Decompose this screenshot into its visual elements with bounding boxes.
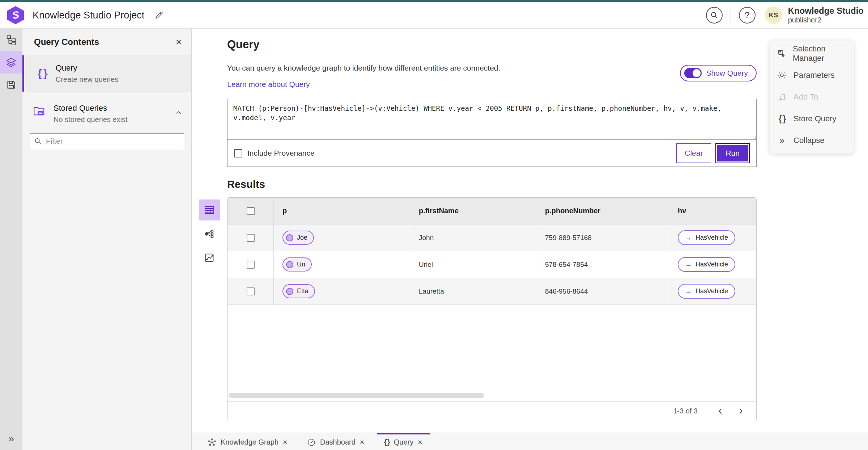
edit-title-button[interactable] [154,10,164,20]
menu-item-label: Add To [793,92,818,102]
edge-pill[interactable]: →HasVehicle [678,284,735,299]
knowledge-graph-icon [208,438,216,447]
tab-dashboard[interactable]: Dashboard × [300,433,372,450]
menu-item-add-to: Add To [770,86,854,108]
tab-query[interactable]: { } Query × [377,433,430,450]
previous-page-button[interactable] [714,405,727,417]
query-item-subtitle: Create new queries [56,75,118,84]
selection-manager-icon [777,49,786,58]
query-textarea[interactable]: MATCH (p:Person)-[hv:HasVehicle]->(v:Veh… [227,99,756,140]
cell-firstname: John [410,224,536,251]
table-header-row: p p.firstName p.phoneNumber hv [227,198,756,224]
menu-item-label: Selection Manager [793,44,846,63]
app-logo: S [7,6,24,24]
menu-item-label: Collapse [793,136,825,145]
include-provenance-checkbox[interactable] [234,149,242,157]
filter-input[interactable] [46,137,179,146]
panel-item-stored-queries[interactable]: Stored Queries No stored queries exist [22,96,191,127]
row-checkbox[interactable] [247,234,255,242]
cell-firstname: Uriel [410,251,536,278]
edge-label: HasVehicle [695,261,728,268]
search-button[interactable] [706,7,723,24]
edge-pill[interactable]: →HasVehicle [678,230,735,245]
pagination-bar: 1-3 of 3 [227,401,756,421]
horizontal-scrollbar[interactable] [229,393,484,398]
rail-item-save[interactable] [0,73,22,96]
user-info: Knowledge Studio publisher2 [788,6,865,24]
row-checkbox[interactable] [247,261,255,269]
rail-expand-button[interactable]: » [0,430,22,448]
close-icon[interactable]: × [360,438,365,446]
pencil-icon [154,10,164,20]
show-query-label: Show Query [706,69,748,77]
edge-label: HasVehicle [695,234,728,241]
panel-item-query[interactable]: { } Query Create new queries [22,55,191,92]
panel-close-button[interactable]: × [175,37,182,47]
user-name: Knowledge Studio [788,6,864,16]
stored-queries-icon [33,105,46,117]
left-icon-rail: » [0,29,22,450]
main-content: Query You can query a knowledge graph to… [192,29,868,433]
close-icon[interactable]: × [283,438,288,446]
pagination-label: 1-3 of 3 [673,407,698,415]
menu-item-store-query[interactable]: { } Store Query [770,108,854,130]
learn-more-link[interactable]: Learn more about Query [227,80,310,89]
table-row: Joe John 759-889-57168 →HasVehicle [227,224,756,251]
menu-item-parameters[interactable]: Parameters [770,64,854,86]
column-header-phonenumber[interactable]: p.phoneNumber [536,198,669,224]
entity-pill[interactable]: Etta [282,284,315,298]
menu-item-label: Store Query [793,114,837,123]
row-checkbox[interactable] [247,287,255,295]
table-body: Joe John 759-889-57168 →HasVehicle Uri U… [227,224,756,305]
close-icon[interactable]: × [418,438,422,446]
entity-node-icon [286,261,293,268]
stored-queries-subtitle: No stored queries exist [54,115,128,124]
entity-pill[interactable]: Uri [282,257,312,272]
entity-pill[interactable]: Joe [282,231,314,245]
query-contents-panel: Query Contents × { } Query Create new qu… [22,29,192,450]
cell-phonenumber: 578-654-7854 [536,251,669,278]
column-header-firstname[interactable]: p.firstName [410,198,536,224]
chart-view-button[interactable] [199,247,220,268]
query-editor: MATCH (p:Person)-[hv:HasVehicle]->(v:Veh… [227,99,757,167]
show-query-toggle[interactable]: Show Query [680,65,757,81]
help-button[interactable]: ? [739,7,756,24]
tab-knowledge-graph[interactable]: Knowledge Graph × [200,433,295,450]
rail-item-hierarchy[interactable] [0,29,22,51]
menu-item-selection-manager[interactable]: Selection Manager [770,43,854,64]
chevron-double-right-icon: » [777,136,787,145]
edge-pill[interactable]: →HasVehicle [678,257,735,272]
page-title: Query [227,38,260,51]
filter-field [30,133,184,149]
table-icon [204,204,215,216]
topbar-divider [731,7,731,24]
search-icon [710,11,718,19]
help-icon: ? [745,10,749,20]
select-all-checkbox[interactable] [247,207,255,215]
column-header-hv[interactable]: hv [669,198,756,224]
panel-header: Query Contents × [22,29,191,55]
toggle-switch-icon [684,68,702,78]
chevron-up-icon [175,109,183,117]
query-item-title: Query [56,63,118,73]
clear-button[interactable]: Clear [676,143,711,163]
top-bar: S Knowledge Studio Project ? KS Knowledg… [0,2,868,29]
graph-view-button[interactable] [199,223,220,244]
column-header-p[interactable]: p [274,198,410,224]
braces-icon: { } [777,114,787,124]
rail-item-layers[interactable] [0,51,22,73]
cell-phonenumber: 846-956-8644 [536,278,669,304]
avatar[interactable]: KS [765,7,782,24]
query-actions-menu: Selection Manager Parameters Add To { } … [770,41,854,153]
search-icon [34,138,42,145]
run-button[interactable]: Run [715,143,750,163]
page-description: You can query a knowledge graph to ident… [227,64,500,72]
dashboard-gauge-icon [307,438,316,447]
collapse-section-button[interactable] [175,109,183,117]
table-row: Uri Uriel 578-654-7854 →HasVehicle [227,251,756,278]
entity-node-icon [286,288,293,295]
menu-item-collapse[interactable]: » Collapse [770,130,854,151]
next-page-button[interactable] [735,405,747,417]
table-view-button[interactable] [199,199,220,220]
chevron-right-icon [737,408,744,415]
